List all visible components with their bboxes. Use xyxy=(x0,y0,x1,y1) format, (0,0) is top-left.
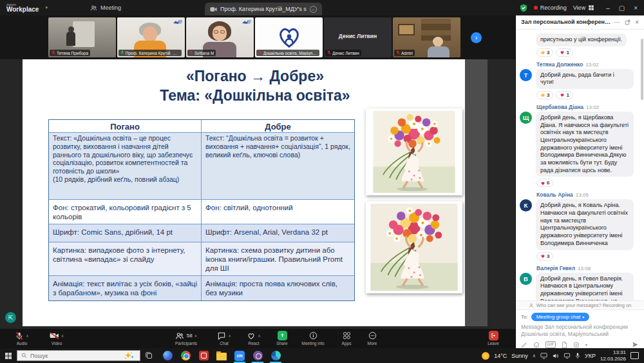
audio-chevron-icon[interactable]: ∧ xyxy=(26,333,28,338)
table-row: Фон: строкатий, кольоровий градієнт з 5 … xyxy=(49,200,354,224)
share-button[interactable]: Share xyxy=(265,331,299,346)
apps-label: Apps xyxy=(342,341,352,346)
emoji-icon[interactable] xyxy=(533,342,540,348)
security-shield-icon[interactable] xyxy=(520,4,527,12)
table-row: Текст: «Дошкільна освіта – це процес роз… xyxy=(49,133,354,200)
weather-temp[interactable]: 14°C xyxy=(494,353,507,359)
screenshot-icon[interactable] xyxy=(573,342,580,348)
message-bubble: Добрий день, рада бачити і чути! xyxy=(536,69,634,89)
recording-indicator[interactable]: Recording xyxy=(534,5,567,11)
video-tile-denys[interactable]: Денис Литвин Денис Литвин xyxy=(324,17,392,57)
cast-icon[interactable] xyxy=(540,353,547,359)
format-icon[interactable] xyxy=(521,342,527,348)
react-chevron-icon[interactable]: ∧ xyxy=(258,333,260,338)
chat-message: Щербакова Діана13:02 ЩДобрий день, я Щер… xyxy=(520,104,639,188)
reaction-thumbs-up[interactable]: 3 xyxy=(536,48,553,57)
send-icon[interactable] xyxy=(632,341,639,348)
video-chevron-icon[interactable]: ∧ xyxy=(61,333,64,338)
leave-button[interactable]: Leave xyxy=(477,331,510,346)
chat-chevron-icon[interactable]: ∧ xyxy=(228,333,231,338)
chat-input[interactable]: Message Зал персональной конференции Дош… xyxy=(521,324,639,339)
notification-center-icon[interactable] xyxy=(630,352,639,359)
video-tile-svitlana[interactable]: Svitlana M xyxy=(186,17,254,57)
react-label: React xyxy=(249,341,260,346)
view-button[interactable]: View xyxy=(573,5,594,11)
zoom-app-button[interactable]: zm xyxy=(231,348,249,363)
participant-name: Проф. Катерина Крутій_МДУ xyxy=(126,51,180,55)
maximize-button[interactable]: ▢ xyxy=(619,5,625,12)
date: 12.03.2026 xyxy=(600,356,626,362)
mic-tray-icon[interactable] xyxy=(575,353,580,359)
video-button[interactable]: ∧ Video xyxy=(40,331,73,346)
taskbar-search[interactable] xyxy=(17,350,140,361)
copilot-sparkle-icon[interactable] xyxy=(122,351,136,360)
message-bubble: Добрий день, я Коваль Аріна. Навчаюся на… xyxy=(536,199,634,250)
reaction-heart[interactable]: 1 xyxy=(556,48,573,57)
participant-name: Admin xyxy=(401,51,413,55)
more-dots-icon xyxy=(368,331,377,340)
chat-button[interactable]: ∧ Chat xyxy=(207,331,241,346)
video-tile-tetiana[interactable]: Тетяна Прибора xyxy=(48,17,116,57)
participant-name: Тетяна Прибора xyxy=(57,51,88,55)
mic-muted-icon xyxy=(258,50,262,55)
video-tile-doshkilna-osvita[interactable]: Дошкільна освіта, Маріупол... xyxy=(255,17,323,57)
reaction-heart[interactable]: 1 xyxy=(556,91,573,99)
clock[interactable]: 13:31 12.03.2026 xyxy=(600,349,626,362)
video-tile-kateryna-active-speaker[interactable]: Проф. Катерина Крутій_МДУ xyxy=(117,17,185,57)
popout-icon[interactable] xyxy=(625,19,630,25)
chevron-down-icon[interactable]: ▾ xyxy=(45,5,48,10)
tab-close-icon[interactable]: – xyxy=(310,6,317,13)
close-button[interactable]: × xyxy=(634,5,638,12)
video-tile-admin[interactable]: Admin xyxy=(393,17,460,57)
slide-image-girl-with-flowers-1 xyxy=(366,108,462,195)
viber-button[interactable] xyxy=(249,348,267,363)
gif-button[interactable]: GIF xyxy=(545,341,556,348)
file-attach-icon[interactable] xyxy=(562,342,567,348)
language-indicator[interactable]: УКР xyxy=(585,353,596,359)
next-page-arrow-button[interactable]: › xyxy=(471,32,482,43)
recipient-selector[interactable]: Meeting group chat▾ xyxy=(531,313,590,321)
reaction-heart[interactable]: 6 xyxy=(536,179,553,187)
share-screen-icon xyxy=(278,331,287,340)
reaction-thumbs-up[interactable]: 3 xyxy=(536,91,553,99)
weather-condition[interactable]: Sunny xyxy=(511,353,528,359)
file-explorer-button[interactable] xyxy=(213,348,231,363)
meeting-info-button[interactable]: Meeting info xyxy=(296,331,330,346)
widgets-button[interactable] xyxy=(158,348,176,363)
edge-button[interactable] xyxy=(267,348,285,363)
audio-label: Audio xyxy=(17,341,28,346)
column-header-dobre: Добре xyxy=(202,120,354,133)
chrome-button[interactable] xyxy=(176,348,194,363)
reaction-heart[interactable]: 3 xyxy=(536,252,553,260)
view-label: View xyxy=(573,5,585,11)
network-icon[interactable] xyxy=(564,353,571,359)
capture-icon xyxy=(199,351,209,360)
annotation-restore-button[interactable]: ⇱ xyxy=(5,312,16,323)
university-logo xyxy=(242,19,252,25)
chat-messages[interactable]: присутньою у цій конференції. 3 1 Тетяна… xyxy=(516,30,644,300)
task-view-button[interactable] xyxy=(140,348,158,363)
more-button[interactable]: More xyxy=(355,331,389,346)
tab-active-meeting[interactable]: Проф. Катерина Крутій_МДУ's s – xyxy=(205,3,322,15)
people-icon xyxy=(90,5,97,12)
chevron-down-icon[interactable]: ▾ xyxy=(585,342,587,347)
weather-sun-icon[interactable] xyxy=(482,352,489,360)
tab-meeting[interactable]: Meeting xyxy=(90,5,121,12)
participants-button[interactable]: 58∧ Participants xyxy=(169,331,203,346)
cell-image-bad: Картинка: випадкове фото з інтернету, св… xyxy=(49,242,202,276)
chat-scrollbar[interactable] xyxy=(641,39,643,100)
chat-more-icon[interactable]: ⋯ xyxy=(614,19,620,26)
chat-close-icon[interactable]: × xyxy=(635,19,639,26)
video-label: Video xyxy=(52,341,62,346)
tray-expand-icon[interactable]: ∧ xyxy=(533,353,536,358)
chat-message: присутньою у цій конференції. 3 1 xyxy=(520,34,639,57)
speaker-icon[interactable] xyxy=(552,353,559,359)
screen-capture-button[interactable] xyxy=(194,348,213,363)
audio-button[interactable]: ∧ Audio xyxy=(5,331,39,346)
start-button[interactable] xyxy=(0,352,17,360)
search-input[interactable] xyxy=(30,353,114,359)
message-author: Щербакова Діана xyxy=(536,104,583,110)
minimize-button[interactable]: – xyxy=(606,5,610,12)
windows-logo-icon xyxy=(5,352,12,360)
participants-chevron-icon[interactable]: ∧ xyxy=(194,333,197,338)
